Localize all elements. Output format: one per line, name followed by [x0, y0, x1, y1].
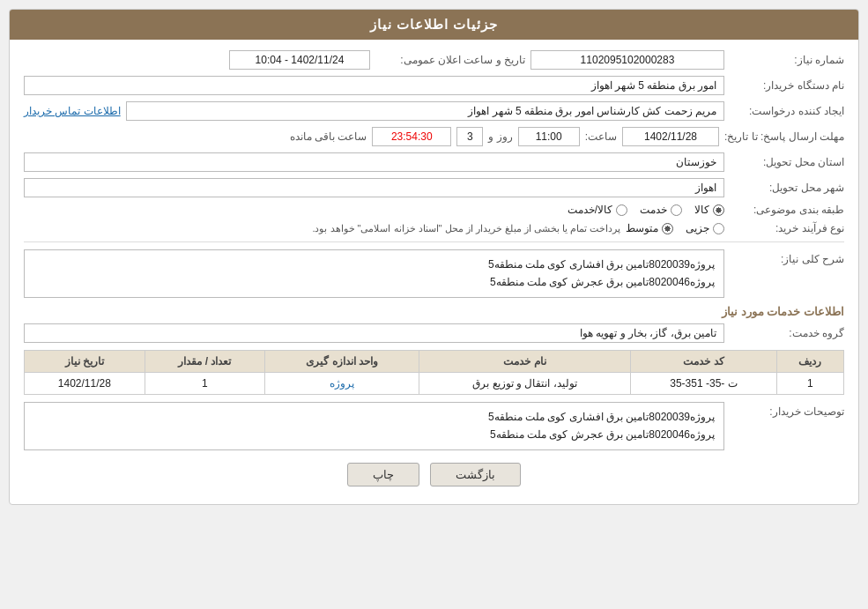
divider-1: [24, 241, 844, 242]
table-cell-row-num: 1: [776, 372, 843, 394]
category-label: طبقه بندی موضوعی:: [730, 204, 844, 216]
creator-value: مریم زحمت کش کارشناس امور برق منطقه 5 شه…: [126, 101, 724, 121]
purchase-type-radio-1[interactable]: [713, 223, 724, 234]
purchase-type-label-1: جزیی: [686, 222, 709, 234]
need-number-row: شماره نیاز: 1102095102000283 تاریخ و ساع…: [24, 50, 844, 70]
need-number-value: 1102095102000283: [530, 50, 724, 70]
province-label: استان محل تحویل:: [730, 156, 844, 168]
need-description-label: شرح کلی نیاز:: [730, 249, 844, 265]
table-cell-service-code: ت -35- 351-35: [631, 372, 777, 394]
table-row: 1 ت -35- 351-35 تولید، انتقال و توزیع بر…: [25, 372, 844, 394]
table-cell-date: 1402/11/28: [25, 372, 145, 394]
services-table: ردیف کد خدمت نام خدمت واحد اندازه گیری ت…: [24, 350, 844, 395]
table-cell-service-name: تولید، انتقال و توزیع برق: [419, 372, 631, 394]
need-description-box: پروژه8020039تامین برق افشاری کوی ملت منط…: [24, 249, 724, 298]
back-button[interactable]: بازگشت: [430, 463, 521, 486]
buyer-notes-box: پروژه8020039تامین برق افشاری کوی ملت منط…: [24, 402, 724, 450]
send-day-value: 3: [456, 127, 483, 146]
table-header-row-num: ردیف: [776, 350, 843, 372]
creator-label: ایجاد کننده درخواست:: [730, 105, 844, 117]
buttons-row: بازگشت چاپ: [24, 463, 844, 486]
need-number-label: شماره نیاز:: [730, 54, 844, 66]
table-cell-unit: پروژه: [265, 372, 419, 394]
city-label: شهر محل تحویل:: [730, 182, 844, 194]
category-option-label-3: کالا/خدمت: [568, 204, 612, 216]
category-option-label-2: خدمت: [640, 204, 667, 216]
province-row: استان محل تحویل: خوزستان: [24, 152, 844, 172]
content-area: شماره نیاز: 1102095102000283 تاریخ و ساع…: [10, 40, 858, 504]
creator-row: ایجاد کننده درخواست: مریم زحمت کش کارشنا…: [24, 101, 844, 121]
city-row: شهر محل تحویل: اهواز: [24, 178, 844, 197]
table-header-date: تاریخ نیاز: [25, 350, 145, 372]
service-group-label: گروه خدمت:: [730, 327, 844, 339]
need-description-row: شرح کلی نیاز: پروژه8020039تامین برق افشا…: [24, 249, 844, 298]
buyer-org-value: امور برق منطقه 5 شهر اهواز: [24, 76, 724, 95]
province-value: خوزستان: [24, 152, 724, 172]
category-option-label-1: کالا: [694, 204, 709, 216]
buyer-org-label: نام دستگاه خریدار:: [730, 79, 844, 92]
page-wrapper: جزئیات اطلاعات نیاز شماره نیاز: 11020951…: [0, 0, 868, 609]
service-group-row: گروه خدمت: تامین برق، گاز، بخار و تهویه …: [24, 323, 844, 343]
table-header-service-code: کد خدمت: [631, 350, 777, 372]
service-group-value: تامین برق، گاز، بخار و تهویه هوا: [24, 323, 724, 343]
announcement-datetime-value: 1402/11/24 - 10:04: [229, 50, 370, 70]
send-deadline-label: مهلت ارسال پاسخ: تا تاریخ:: [724, 130, 844, 143]
category-radio-3[interactable]: [616, 204, 627, 216]
purchase-type-option-2[interactable]: متوسط: [626, 222, 673, 234]
buyer-notes-row: توصیحات خریدار: پروژه8020039تامین برق اف…: [24, 402, 844, 450]
send-time-label: ساعت:: [585, 130, 617, 143]
purchase-type-option-1[interactable]: جزیی: [686, 222, 724, 234]
page-header: جزئیات اطلاعات نیاز: [10, 10, 858, 40]
remaining-label: ساعت باقی مانده: [290, 130, 367, 143]
city-value: اهواز: [24, 178, 724, 197]
purchase-type-label: نوع فرآیند خرید:: [730, 222, 844, 234]
table-cell-quantity: 1: [145, 372, 265, 394]
remaining-value: 23:54:30: [372, 127, 451, 146]
category-row: طبقه بندی موضوعی: کالا خدمت کالا/خدمت: [24, 204, 844, 216]
contact-link[interactable]: اطلاعات تماس خریدار: [24, 105, 121, 117]
table-header-row: ردیف کد خدمت نام خدمت واحد اندازه گیری ت…: [25, 350, 844, 372]
need-description-line2: پروژه8020046تامین برق عجرش کوی ملت منطقه…: [33, 273, 715, 291]
purchase-type-note: پرداخت تمام یا بخشی از مبلغ خریدار از مح…: [24, 223, 620, 234]
buyer-notes-line1: پروژه8020039تامین برق افشاری کوی ملت منط…: [33, 408, 715, 426]
category-radio-2[interactable]: [671, 204, 682, 216]
need-description-line1: پروژه8020039تامین برق افشاری کوی ملت منط…: [33, 256, 715, 273]
buyer-notes-line2: پروژه8020046تامین برق عجرش کوی ملت منطقه…: [33, 426, 715, 443]
main-container: جزئیات اطلاعات نیاز شماره نیاز: 11020951…: [9, 9, 859, 505]
table-header-quantity: تعداد / مقدار: [145, 350, 265, 372]
services-section-title: اطلاعات خدمات مورد نیاز: [24, 305, 844, 318]
send-time-value: 11:00: [518, 127, 580, 146]
purchase-type-radio-group: جزیی متوسط: [626, 222, 724, 234]
purchase-type-label-2: متوسط: [626, 222, 658, 234]
category-radio-1[interactable]: [713, 204, 724, 216]
purchase-type-radio-2[interactable]: [662, 223, 673, 234]
purchase-type-row: نوع فرآیند خرید: جزیی متوسط پرداخت تمام …: [24, 222, 844, 234]
buyer-org-row: نام دستگاه خریدار: امور برق منطقه 5 شهر …: [24, 76, 844, 95]
buyer-notes-label: توصیحات خریدار:: [730, 402, 844, 418]
category-radio-group: کالا خدمت کالا/خدمت: [568, 204, 724, 216]
print-button[interactable]: چاپ: [347, 463, 419, 486]
category-option-2[interactable]: خدمت: [640, 204, 682, 216]
send-date-value: 1402/11/28: [622, 127, 719, 146]
category-option-3[interactable]: کالا/خدمت: [568, 204, 627, 216]
table-header-service-name: نام خدمت: [419, 350, 631, 372]
table-header-unit: واحد اندازه گیری: [265, 350, 419, 372]
category-option-1[interactable]: کالا: [694, 204, 724, 216]
page-title: جزئیات اطلاعات نیاز: [370, 17, 498, 32]
announcement-datetime-label: تاریخ و ساعت اعلان عمومی:: [375, 54, 525, 66]
send-day-label: روز و: [488, 130, 512, 143]
send-deadline-row: مهلت ارسال پاسخ: تا تاریخ: 1402/11/28 سا…: [24, 127, 844, 146]
